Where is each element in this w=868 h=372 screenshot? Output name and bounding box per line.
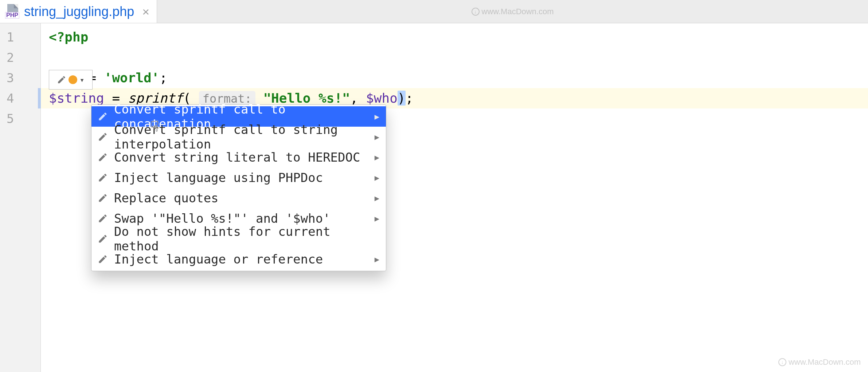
menu-item-label: Do not show hints for current method [114, 224, 379, 253]
line-number[interactable]: 1 [0, 27, 40, 47]
variable-token: $string [49, 91, 104, 106]
menu-item-convert-interpolation[interactable]: Convert sprintf call to string interpola… [91, 127, 386, 147]
watermark-bottom: www.MacDown.com [778, 357, 861, 367]
menu-item-label: Convert sprintf call to string interpola… [114, 122, 370, 151]
menu-item-label: Convert string literal to HEREDOC [114, 150, 370, 165]
intention-icon [97, 111, 109, 122]
code-area[interactable]: <?php $who = 'world'; $string = sprintf(… [41, 23, 868, 372]
chevron-down-icon: ▾ [79, 75, 84, 84]
chevron-right-icon: ▶ [375, 153, 379, 162]
chevron-right-icon: ▶ [375, 112, 379, 121]
pencil-bulb-icon [57, 72, 66, 87]
line-number[interactable]: 4 [0, 88, 40, 108]
line-number[interactable]: 5 [0, 108, 40, 129]
tab-filename: string_juggling.php [24, 4, 134, 19]
menu-item-label: Inject language or reference [114, 252, 370, 266]
intention-icon [97, 173, 109, 183]
line-number-gutter: 1 2 3 4 5 [0, 23, 41, 372]
intention-icon [97, 132, 109, 142]
variable-token: $who [366, 91, 398, 106]
intention-icon [97, 234, 109, 244]
php-file-icon: PHP [5, 4, 20, 19]
code-line[interactable] [41, 47, 868, 68]
chevron-right-icon: ▶ [375, 194, 379, 203]
close-icon[interactable]: × [138, 5, 149, 18]
watermark-top: www.MacDown.com [157, 0, 868, 23]
tab-bar: PHP string_juggling.php × www.MacDown.co… [0, 0, 868, 23]
chevron-right-icon: ▶ [375, 214, 379, 223]
intention-icon [97, 193, 109, 203]
php-open-tag: <?php [49, 29, 88, 44]
line-number[interactable]: 3 [0, 68, 40, 88]
intention-icon [97, 254, 109, 264]
editor-tab[interactable]: PHP string_juggling.php × [0, 0, 157, 23]
code-line[interactable]: $who = 'world'; [41, 68, 868, 88]
chevron-right-icon: ▶ [375, 173, 379, 182]
editor: 1 2 3 4 5 <?php $who = 'world'; $string … [0, 23, 868, 372]
menu-item-heredoc[interactable]: Convert string literal to HEREDOC ▶ [91, 147, 386, 167]
intention-actions-menu: Convert sprintf call to concatenation ▶ … [91, 104, 386, 271]
chevron-right-icon: ▶ [375, 132, 379, 142]
menu-item-label: Swap '"Hello %s!"' and '$who' [114, 211, 370, 226]
menu-item-hide-hints[interactable]: Do not show hints for current method [91, 229, 386, 249]
menu-item-label: Replace quotes [114, 191, 370, 205]
intention-icon [97, 213, 109, 223]
string-token: 'world' [104, 70, 160, 85]
chevron-right-icon: ▶ [375, 255, 379, 264]
menu-item-inject-phpdoc[interactable]: Inject language using PHPDoc ▶ [91, 167, 386, 188]
menu-item-label: Inject language using PHPDoc [114, 170, 370, 185]
menu-item-replace-quotes[interactable]: Replace quotes ▶ [91, 188, 386, 208]
bulb-icon [69, 75, 77, 84]
menu-item-inject-language[interactable]: Inject language or reference ▶ [91, 249, 386, 269]
code-line[interactable]: <?php [41, 27, 868, 47]
line-number[interactable]: 2 [0, 47, 40, 68]
intention-icon [97, 152, 109, 162]
intention-bulb[interactable]: ▾ [49, 70, 93, 90]
selection-caret: ) [398, 91, 406, 106]
